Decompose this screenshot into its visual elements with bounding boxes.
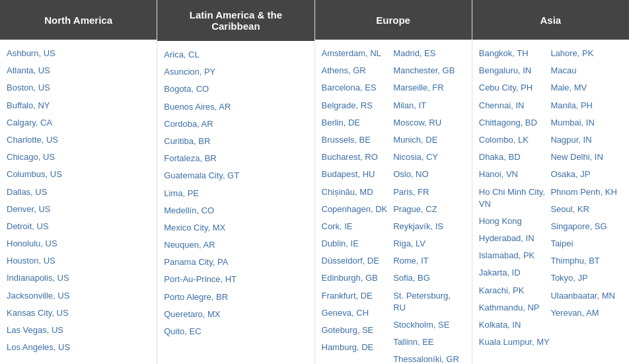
list-item[interactable]: Cork, IE [322,218,394,235]
list-item[interactable]: Mexico City, MX [164,219,307,237]
list-item[interactable]: Guatemala City, GT [164,167,307,184]
list-item[interactable]: Bucharest, RO [322,149,394,166]
list-item[interactable]: Houston, US [7,252,150,270]
list-item[interactable]: Osaka, JP [550,166,622,183]
list-item[interactable]: Nicosia, CY [393,149,465,166]
list-item[interactable]: Taipei [550,235,622,252]
list-item[interactable]: Dublin, IE [322,235,394,252]
list-item[interactable]: Medellín, CO [164,202,307,219]
list-item[interactable]: Kansas City, US [7,305,150,322]
list-item[interactable]: Porto Alegre, BR [164,289,307,306]
list-item[interactable]: Colombo, LK [479,131,551,149]
list-item[interactable]: Manila, PH [550,97,622,114]
list-item[interactable]: Jacksonville, US [7,287,150,305]
list-item[interactable]: Bogota, CO [164,81,307,98]
list-item[interactable]: Curitiba, BR [164,133,307,150]
list-item[interactable]: Goteburg, SE [322,322,394,339]
list-item[interactable]: Frankfurt, DE [322,287,394,305]
list-item[interactable]: Chicago, US [7,149,150,166]
list-item[interactable]: Queretaro, MX [164,306,307,323]
list-item[interactable]: Yerevan, AM [550,305,622,322]
list-item[interactable]: Sofia, BG [393,270,465,287]
list-item[interactable]: Geneva, CH [322,305,394,322]
list-item[interactable]: Manchester, GB [393,62,465,79]
list-item[interactable]: Honolulu, US [7,235,150,252]
list-item[interactable]: Milan, IT [393,97,465,114]
list-item[interactable]: Neuquen, AR [164,237,307,254]
list-item[interactable]: Hyderabad, IN [479,230,551,247]
list-item[interactable]: Karachi, PK [479,282,551,299]
list-item[interactable]: Buenos Aires, AR [164,98,307,116]
list-item[interactable]: New Delhi, IN [550,149,622,166]
list-item[interactable]: Dhaka, BD [479,149,551,166]
list-item[interactable]: Tallinn, EE [393,334,465,351]
list-item[interactable]: St. Petersburg, RU [393,287,465,316]
list-item[interactable]: Thimphu, BT [550,252,622,270]
list-item[interactable]: Prague, CZ [393,201,465,218]
list-item[interactable]: Hanoi, VN [479,166,551,183]
list-item[interactable]: Chennai, IN [479,97,551,114]
list-item[interactable]: Barcelona, ES [322,79,394,96]
list-item[interactable]: Male, MV [550,79,622,96]
list-item[interactable]: Charlotte, US [7,131,150,149]
list-item[interactable]: Rome, IT [393,252,465,270]
list-item[interactable]: Brussels, BE [322,131,394,149]
list-item[interactable]: Berlin, DE [322,114,394,131]
list-item[interactable]: Dallas, US [7,184,150,201]
list-item[interactable]: Ho Chi Minh City, VN [479,184,551,213]
list-item[interactable]: Düsseldorf, DE [322,252,394,270]
list-item[interactable]: Edinburgh, GB [322,270,394,287]
list-item[interactable]: Calgary, CA [7,114,150,131]
list-item[interactable]: Stockholm, SE [393,316,465,334]
list-item[interactable]: Oslo, NO [393,166,465,183]
list-item[interactable]: Madrid, ES [393,45,465,62]
list-item[interactable]: Detroit, US [7,218,150,235]
list-item[interactable]: Ulaanbaatar, MN [550,287,622,305]
list-item[interactable]: Cordoba, AR [164,116,307,133]
list-item[interactable]: Tokyo, JP [550,270,622,287]
list-item[interactable]: Hong Kong [479,213,551,230]
list-item[interactable]: Riga, LV [393,235,465,252]
list-item[interactable]: Bengaluru, IN [479,62,551,79]
list-item[interactable]: Nagpur, IN [550,131,622,149]
list-item[interactable]: Port-Au-Prince, HT [164,271,307,288]
list-item[interactable]: Asuncion, PY [164,63,307,81]
list-item[interactable]: Islamabad, PK [479,247,551,264]
list-item[interactable]: Kathmandu, NP [479,299,551,316]
list-item[interactable]: Singapore, SG [550,218,622,235]
list-item[interactable]: Munich, DE [393,131,465,149]
list-item[interactable]: Chișinău, MD [322,184,394,201]
list-item[interactable]: Jakarta, ID [479,264,551,281]
list-item[interactable]: Mumbai, IN [550,114,622,131]
list-item[interactable]: Belgrade, RS [322,97,394,114]
list-item[interactable]: Moscow, RU [393,114,465,131]
list-item[interactable]: Denver, US [7,201,150,218]
list-item[interactable]: Boston, US [7,79,150,96]
list-item[interactable]: Panama City, PA [164,254,307,271]
list-item[interactable]: Marseille, FR [393,79,465,96]
list-item[interactable]: Los Angeles, US [7,339,150,356]
list-item[interactable]: Quito, EC [164,323,307,340]
list-item[interactable]: Seoul, KR [550,201,622,218]
list-item[interactable]: Fortaleza, BR [164,150,307,167]
list-item[interactable]: Budapest, HU [322,166,394,183]
list-item[interactable]: Buffalo, NY [7,97,150,114]
list-item[interactable]: Hamburg, DE [322,339,394,356]
list-item[interactable]: Macau [550,62,622,79]
list-item[interactable]: Chittagong, BD [479,114,551,131]
list-item[interactable]: Arica, CL [164,46,307,63]
list-item[interactable]: Kolkata, IN [479,316,551,334]
list-item[interactable]: Bangkok, TH [479,45,551,62]
list-item[interactable]: Athens, GR [322,62,394,79]
list-item[interactable]: Las Vegas, US [7,322,150,339]
list-item[interactable]: Reykjavík, IS [393,218,465,235]
list-item[interactable]: Ashburn, US [7,45,150,62]
list-item[interactable]: Copenhagen, DK [322,201,394,218]
list-item[interactable]: Kuala Lumpur, MY [479,334,551,351]
list-item[interactable]: Lima, PE [164,185,307,202]
list-item[interactable]: Atlanta, US [7,62,150,79]
list-item[interactable]: Lahore, PK [550,45,622,62]
list-item[interactable]: Indianapolis, US [7,270,150,287]
list-item[interactable]: Cebu City, PH [479,79,551,96]
list-item[interactable]: Amsterdam, NL [322,45,394,62]
